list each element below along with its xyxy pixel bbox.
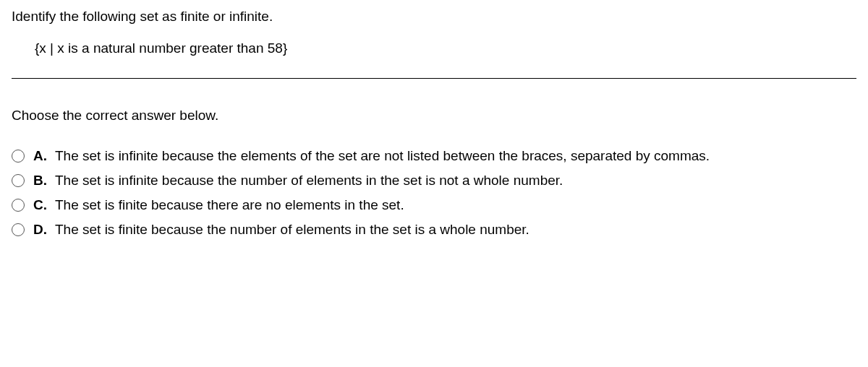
option-a: A. The set is infinite because the eleme… xyxy=(12,148,856,164)
radio-option-b[interactable] xyxy=(12,174,25,187)
option-d-label[interactable]: D. The set is finite because the number … xyxy=(33,222,529,238)
set-definition: {x | x is a natural number greater than … xyxy=(12,40,856,56)
option-b-label[interactable]: B. The set is infinite because the numbe… xyxy=(33,173,563,189)
option-letter: D. xyxy=(33,222,51,238)
option-c-label[interactable]: C. The set is finite because there are n… xyxy=(33,197,404,213)
option-letter: B. xyxy=(33,173,51,189)
option-c: C. The set is finite because there are n… xyxy=(12,197,856,213)
answer-instruction: Choose the correct answer below. xyxy=(12,108,856,124)
radio-option-c[interactable] xyxy=(12,199,25,212)
radio-option-d[interactable] xyxy=(12,223,25,236)
option-text: The set is infinite because the number o… xyxy=(55,173,563,189)
option-letter: C. xyxy=(33,197,51,213)
option-letter: A. xyxy=(33,148,51,164)
option-d: D. The set is finite because the number … xyxy=(12,222,856,238)
option-text: The set is infinite because the elements… xyxy=(55,148,710,164)
option-text: The set is finite because there are no e… xyxy=(55,197,404,213)
option-a-label[interactable]: A. The set is infinite because the eleme… xyxy=(33,148,710,164)
question-prompt: Identify the following set as finite or … xyxy=(12,9,856,25)
question-block: Identify the following set as finite or … xyxy=(12,9,856,56)
section-divider xyxy=(12,78,856,79)
radio-option-a[interactable] xyxy=(12,150,25,163)
options-list: A. The set is infinite because the eleme… xyxy=(12,148,856,238)
option-b: B. The set is infinite because the numbe… xyxy=(12,173,856,189)
option-text: The set is finite because the number of … xyxy=(55,222,529,238)
